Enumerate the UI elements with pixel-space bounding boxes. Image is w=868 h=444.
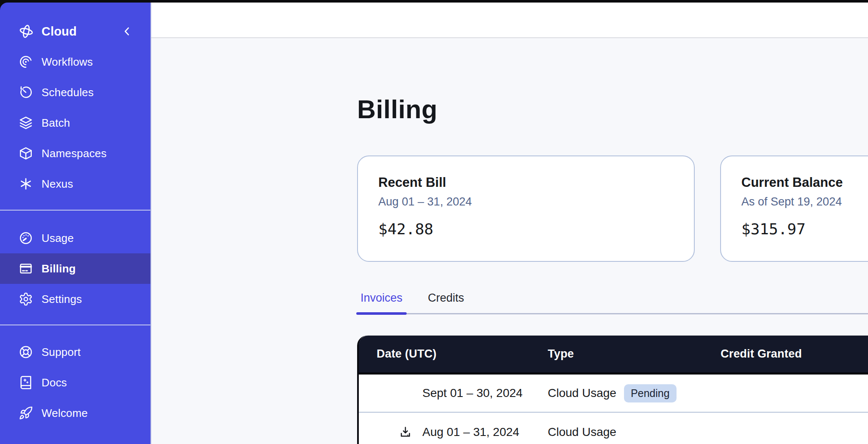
sidebar-title: Cloud (42, 25, 121, 39)
main-area: Billing Recent Bill Aug 01 – 31, 2024 $4… (151, 3, 868, 444)
namespaces-icon (19, 146, 33, 161)
support-icon (19, 345, 33, 359)
collapse-sidebar-button[interactable] (121, 25, 133, 38)
sidebar-item-settings[interactable]: Settings (0, 284, 150, 314)
card-amount: $42.88 (378, 220, 674, 238)
invoices-table: Date (UTC) Type Credit Granted Sept 01 –… (357, 336, 868, 444)
workflows-icon (19, 55, 33, 69)
download-invoice-button[interactable] (399, 425, 412, 439)
batch-icon (19, 116, 33, 130)
welcome-rocket-icon (19, 406, 33, 420)
billing-icon (19, 261, 33, 276)
card-title: Recent Bill (378, 175, 674, 190)
billing-tabs: Invoices Credits (357, 291, 868, 314)
sidebar-item-schedules[interactable]: Schedules (0, 77, 150, 108)
table-row: Aug 01 – 31, 2024 Cloud Usage (359, 413, 868, 444)
sidebar-divider (0, 210, 150, 211)
billing-page: Billing Recent Bill Aug 01 – 31, 2024 $4… (151, 97, 868, 444)
schedules-icon (19, 85, 33, 100)
column-header-date: Date (UTC) (359, 347, 548, 361)
app-window: Cloud Workflows (0, 3, 868, 444)
sidebar-item-batch[interactable]: Batch (0, 108, 150, 138)
docs-icon (19, 375, 33, 390)
card-title: Current Balance (741, 175, 868, 190)
sidebar-header: Cloud (0, 16, 150, 47)
usage-icon (19, 231, 33, 245)
sidebar-item-namespaces[interactable]: Namespaces (0, 138, 150, 169)
sidebar-item-support[interactable]: Support (0, 337, 150, 367)
sidebar-divider (0, 325, 150, 325)
summary-cards: Recent Bill Aug 01 – 31, 2024 $42.88 Cur… (357, 155, 868, 262)
settings-icon (19, 292, 33, 306)
page-title: Billing (357, 97, 868, 122)
table-header: Date (UTC) Type Credit Granted (359, 336, 868, 375)
invoice-type: Cloud Usage (548, 425, 616, 439)
card-period: Aug 01 – 31, 2024 (378, 195, 674, 208)
tab-credits[interactable]: Credits (424, 291, 468, 313)
sidebar-item-workflows[interactable]: Workflows (0, 47, 150, 77)
sidebar-item-nexus[interactable]: Nexus (0, 169, 150, 199)
current-balance-card: Current Balance As of Sept 19, 2024 $315… (720, 155, 868, 262)
invoice-type: Cloud Usage (548, 386, 616, 400)
sidebar-item-billing[interactable]: Billing (0, 253, 150, 284)
sidebar-item-usage[interactable]: Usage (0, 223, 150, 253)
sidebar-item-welcome[interactable]: Welcome (0, 398, 150, 428)
card-period: As of Sept 19, 2024 (741, 195, 868, 208)
sidebar-item-docs[interactable]: Docs (0, 367, 150, 398)
download-placeholder (399, 386, 412, 400)
column-header-type: Type (548, 347, 721, 361)
recent-bill-card: Recent Bill Aug 01 – 31, 2024 $42.88 (357, 155, 695, 262)
sidebar: Cloud Workflows (0, 3, 151, 444)
topbar (151, 3, 868, 38)
tab-invoices[interactable]: Invoices (357, 291, 406, 313)
card-amount: $315.97 (741, 220, 868, 238)
invoice-date: Sept 01 – 30, 2024 (422, 386, 523, 400)
nexus-icon (19, 177, 33, 191)
status-badge: Pending (624, 384, 677, 402)
table-row: Sept 01 – 30, 2024 Cloud Usage Pending (359, 375, 868, 413)
invoice-date: Aug 01 – 31, 2024 (422, 425, 519, 439)
column-header-credit-granted: Credit Granted (721, 347, 868, 361)
temporal-cloud-logo-icon (19, 24, 34, 39)
